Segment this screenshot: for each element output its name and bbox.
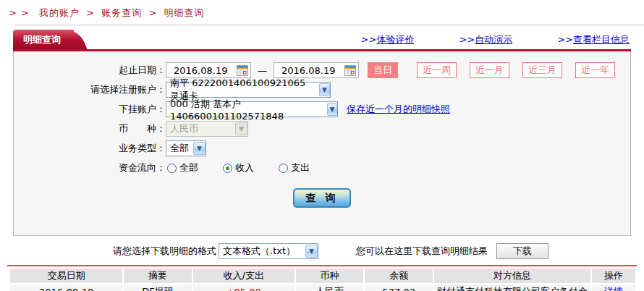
breadcrumb-prefix: > > xyxy=(9,7,30,18)
chevron-down-icon[interactable]: ▼ xyxy=(305,245,318,258)
table-row: 2016-08-19 DF提现 +95.00 人民币 537.03 财付通支付科… xyxy=(10,284,635,291)
download-format-value: 文本格式（.txt） xyxy=(223,245,295,258)
chevron-down-icon: ▼ xyxy=(235,122,247,135)
registered-account-select[interactable]: 南平 6222001406100921065 灵通卡 ▼ xyxy=(166,82,331,98)
chevron-down-icon[interactable]: ▼ xyxy=(327,103,337,116)
quick-range-week-button[interactable]: 近一周 xyxy=(417,62,457,78)
date-separator: — xyxy=(258,65,267,76)
table-top-rule xyxy=(7,265,637,266)
transactions-table: 交易日期 摘要 收入/支出 币种 余额 对方信息 操作 2016-08-19 D… xyxy=(9,267,637,291)
cell-date: 2016-08-19 xyxy=(10,284,122,291)
breadcrumb-item-account-query[interactable]: 账务查询 xyxy=(101,7,142,18)
calendar-icon[interactable] xyxy=(237,65,248,76)
date-range-label: 起止日期： xyxy=(14,64,166,77)
radio-icon[interactable] xyxy=(167,164,177,173)
date-range-row: 起止日期： 2016.08.19 — 2016.08.19 xyxy=(14,62,630,78)
table-header-row: 交易日期 摘要 收入/支出 币种 余额 对方信息 操作 xyxy=(10,269,635,283)
col-header-date: 交易日期 xyxy=(10,269,122,283)
flow-option-income[interactable]: 收入 xyxy=(223,161,254,174)
breadcrumb-divider xyxy=(14,25,644,25)
sub-account-value: 000 活期 基本户 1406600101102571848 xyxy=(170,98,323,122)
col-header-summary: 摘要 xyxy=(124,269,191,283)
flow-option-all-label: 全部 xyxy=(179,161,198,174)
breadcrumb-item-my-account[interactable]: 我的账户 xyxy=(39,7,80,18)
currency-row: 币 种： 人民币 ▼ xyxy=(14,121,630,137)
calendar-icon[interactable] xyxy=(344,65,356,76)
date-from-input[interactable]: 2016.08.19 xyxy=(166,62,251,78)
biz-type-select[interactable]: 全部 ▼ xyxy=(166,140,206,156)
panel-header: 明细查询 >>体验评价 >>自动演示 >>查看栏目信息 xyxy=(13,30,631,49)
link-auto-demo[interactable]: >>自动演示 xyxy=(459,33,512,46)
query-button[interactable]: 查 询 xyxy=(293,188,351,208)
quick-range-today-button[interactable]: 当日 xyxy=(368,62,398,78)
registered-account-label: 请选择注册账户： xyxy=(14,83,166,96)
col-header-counterparty: 对方信息 xyxy=(434,269,590,283)
cell-currency: 人民币 xyxy=(296,284,363,291)
date-to-input[interactable]: 2016.08.19 xyxy=(274,62,359,78)
fund-flow-row: 资金流向： 全部 收入 支出 xyxy=(14,160,630,176)
cell-balance: 537.03 xyxy=(365,284,433,291)
link-experience-review[interactable]: >>体验评价 xyxy=(361,33,415,46)
col-header-balance: 余额 xyxy=(365,269,433,283)
download-format-label: 请您选择下载明细的格式 xyxy=(113,245,216,258)
sub-account-row: 下挂账户： 000 活期 基本户 1406600101102571848 ▼ 保… xyxy=(14,101,630,117)
flow-option-expense-label: 支出 xyxy=(291,161,310,174)
download-format-select[interactable]: 文本格式（.txt） ▼ xyxy=(219,243,318,259)
fund-flow-label: 资金流向： xyxy=(14,161,166,174)
flow-option-all[interactable]: 全部 xyxy=(167,161,198,174)
save-monthly-snapshot-link[interactable]: 保存近一个月的明细快照 xyxy=(347,103,450,116)
biz-type-row: 业务类型： 全部 ▼ xyxy=(14,140,630,156)
col-header-amount: 收入/支出 xyxy=(193,269,295,283)
quick-range-month-button[interactable]: 近一月 xyxy=(470,62,509,78)
breadcrumb: > > 我的账户 > 账务查询 > 明细查询 xyxy=(0,0,644,25)
currency-value: 人民币 xyxy=(170,122,198,135)
breadcrumb-separator: > xyxy=(148,7,157,18)
radio-icon[interactable] xyxy=(279,164,288,173)
currency-select: 人民币 ▼ xyxy=(166,121,248,137)
sub-account-label: 下挂账户： xyxy=(14,103,166,116)
biz-type-label: 业务类型： xyxy=(14,142,166,155)
cell-counterparty: 财付通支付科技有限公司客户备付金 xyxy=(434,284,590,291)
quick-range-year-button[interactable]: 近一年 xyxy=(575,62,615,78)
chevron-down-icon[interactable]: ▼ xyxy=(193,142,206,155)
detail-link[interactable]: 详情 xyxy=(604,286,623,291)
header-links: >>体验评价 >>自动演示 >>查看栏目信息 xyxy=(361,33,631,49)
download-row: 请您选择下载明细的格式 文本格式（.txt） ▼ 您可以在这里下载查询明细结果 … xyxy=(0,242,644,260)
col-header-currency: 币种 xyxy=(296,269,363,283)
biz-type-value: 全部 xyxy=(170,142,189,155)
chevron-down-icon[interactable]: ▼ xyxy=(319,83,330,96)
tab-detail-query: 明细查询 xyxy=(13,30,74,49)
flow-option-income-label: 收入 xyxy=(235,161,254,174)
quick-range-quarter-button[interactable]: 近三月 xyxy=(522,62,562,78)
cell-summary: DF提现 xyxy=(124,284,191,291)
breadcrumb-item-detail-query[interactable]: 明细查询 xyxy=(164,7,204,18)
sub-account-select[interactable]: 000 活期 基本户 1406600101102571848 ▼ xyxy=(166,101,338,117)
radio-icon[interactable] xyxy=(223,164,232,173)
query-form-panel: 起止日期： 2016.08.19 — 2016.08.19 xyxy=(13,51,631,236)
link-view-column-info[interactable]: >>查看栏目信息 xyxy=(557,33,630,46)
col-header-action: 操作 xyxy=(592,269,635,283)
download-button[interactable]: 下载 xyxy=(496,243,548,259)
cell-amount: +95.00 xyxy=(193,284,295,291)
registered-account-row: 请选择注册账户： 南平 6222001406100921065 灵通卡 ▼ xyxy=(14,82,630,98)
date-to-value: 2016.08.19 xyxy=(281,65,335,76)
currency-label: 币 种： xyxy=(14,122,166,135)
download-hint-text: 您可以在这里下载查询明细结果 xyxy=(356,245,488,258)
date-from-value: 2016.08.19 xyxy=(174,65,227,76)
flow-option-expense[interactable]: 支出 xyxy=(279,161,310,174)
breadcrumb-separator: > xyxy=(86,7,95,18)
